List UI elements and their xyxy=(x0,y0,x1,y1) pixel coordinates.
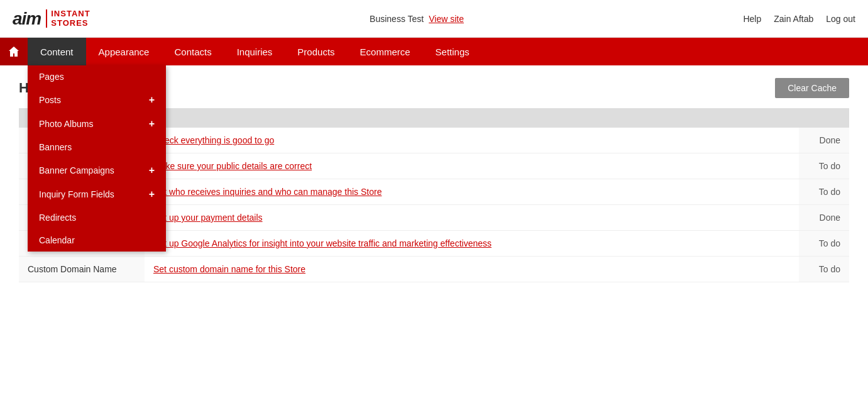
view-site-link[interactable]: View site xyxy=(429,14,464,24)
row-status-contact: To do xyxy=(799,153,849,179)
photo-albums-plus-icon[interactable]: + xyxy=(149,118,155,130)
top-right: Help Zain Aftab Log out xyxy=(743,14,855,24)
row-status-google-analytics: To do xyxy=(799,231,849,257)
logo-aim: aim xyxy=(13,9,41,29)
action-link-custom-domain[interactable]: Set custom domain name for this Store xyxy=(153,264,305,274)
row-action-ecommerce: Set up your payment details xyxy=(145,205,799,231)
dropdown-item-redirects[interactable]: Redirects xyxy=(28,206,166,229)
nav-item-ecommerce[interactable]: Ecommerce xyxy=(348,38,423,65)
row-action-contact: Make sure your public details are correc… xyxy=(145,153,799,179)
banner-campaigns-plus-icon[interactable]: + xyxy=(149,165,155,176)
action-link-manage[interactable]: Set who receives inquiries and who can m… xyxy=(153,187,382,197)
row-action-custom-domain: Set custom domain name for this Store xyxy=(145,257,799,282)
dropdown-item-inquiry-form-fields[interactable]: Inquiry Form Fields + xyxy=(28,182,166,206)
content-dropdown: Pages Posts + Photo Albums + Banners Ban… xyxy=(28,65,166,252)
posts-plus-icon[interactable]: + xyxy=(149,94,155,106)
row-status-ecommerce: Done xyxy=(799,205,849,231)
action-link-ecommerce[interactable]: Set up your payment details xyxy=(153,213,263,223)
dropdown-item-pages[interactable]: Pages xyxy=(28,65,166,88)
row-action-manage: Set who receives inquiries and who can m… xyxy=(145,179,799,205)
row-name-custom-domain: Custom Domain Name xyxy=(19,257,145,282)
logo-instant-stores: INSTANT STORES xyxy=(46,9,90,28)
row-status-general: Done xyxy=(799,128,849,153)
home-icon xyxy=(8,45,20,58)
row-action-google-analytics: Set up Google Analytics for insight into… xyxy=(145,231,799,257)
nav-item-appearance[interactable]: Appearance xyxy=(86,38,162,65)
nav-item-products[interactable]: Products xyxy=(285,38,347,65)
clear-cache-button[interactable]: Clear Cache xyxy=(775,78,849,98)
row-status-custom-domain: To do xyxy=(799,257,849,282)
top-bar: aim INSTANT STORES Business Test View si… xyxy=(0,0,868,38)
logo-stores: STORES xyxy=(51,19,90,28)
dropdown-item-posts[interactable]: Posts + xyxy=(28,88,166,112)
dropdown-item-banners[interactable]: Banners xyxy=(28,136,166,158)
logo-instant: INSTANT xyxy=(51,9,90,18)
home-button[interactable] xyxy=(0,38,28,65)
nav-bar: Content Appearance Contacts Inquiries Pr… xyxy=(0,38,868,65)
nav-item-contacts[interactable]: Contacts xyxy=(162,38,224,65)
dropdown-item-calendar[interactable]: Calendar xyxy=(28,229,166,252)
action-link-general[interactable]: Check everything is good to go xyxy=(153,135,274,145)
row-status-manage: To do xyxy=(799,179,849,205)
dropdown-item-photo-albums[interactable]: Photo Albums + xyxy=(28,112,166,136)
nav-item-inquiries[interactable]: Inquiries xyxy=(224,38,285,65)
nav-item-settings[interactable]: Settings xyxy=(423,38,482,65)
top-center: Business Test View site xyxy=(370,14,464,24)
action-link-google-analytics[interactable]: Set up Google Analytics for insight into… xyxy=(153,238,492,248)
table-row: Custom Domain Name Set custom domain nam… xyxy=(19,257,849,282)
nav-item-content[interactable]: Content xyxy=(28,38,86,65)
help-link[interactable]: Help xyxy=(743,14,761,24)
logo-area: aim INSTANT STORES xyxy=(13,9,91,29)
inquiry-form-fields-plus-icon[interactable]: + xyxy=(149,189,155,200)
dropdown-item-banner-campaigns[interactable]: Banner Campaigns + xyxy=(28,158,166,182)
logout-link[interactable]: Log out xyxy=(826,14,855,24)
user-name: Zain Aftab xyxy=(774,14,813,24)
row-action-general: Check everything is good to go xyxy=(145,128,799,153)
action-link-contact[interactable]: Make sure your public details are correc… xyxy=(153,161,312,171)
business-name: Business Test xyxy=(370,14,424,24)
